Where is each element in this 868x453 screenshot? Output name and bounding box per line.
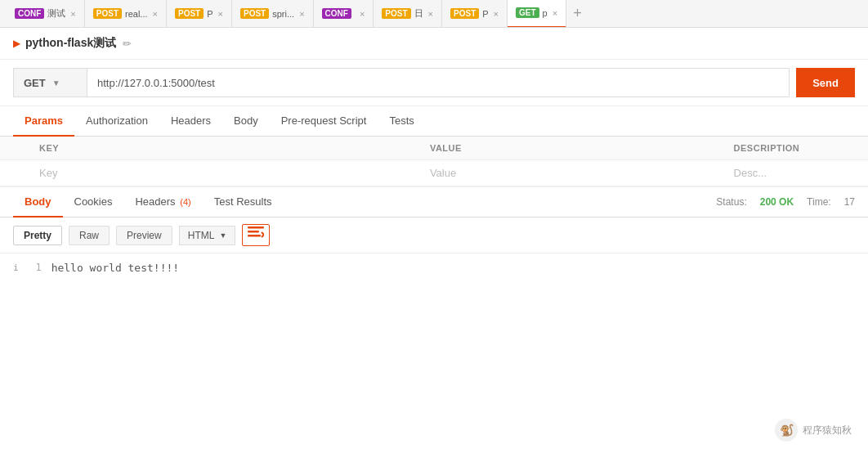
- format-dropdown-arrow: ▼: [219, 231, 226, 240]
- tab-label: P: [207, 9, 213, 19]
- resp-tab-test-results[interactable]: Test Results: [203, 187, 284, 218]
- time-value: 17: [844, 196, 855, 208]
- tab-close-icon[interactable]: ×: [218, 9, 223, 19]
- desc-cell[interactable]: Desc...: [724, 160, 868, 186]
- response-tabs-bar: Body Cookies Headers (4) Test Results St…: [0, 187, 868, 218]
- method-label: GET: [24, 77, 46, 89]
- tab-tests[interactable]: Tests: [378, 106, 425, 137]
- table-row: Key Value Desc...: [0, 160, 868, 186]
- status-info: Status: 200 OK Time: 17: [716, 196, 855, 208]
- view-preview-button[interactable]: Preview: [116, 226, 172, 245]
- resp-tab-body[interactable]: Body: [13, 187, 63, 218]
- send-button[interactable]: Send: [796, 68, 855, 97]
- tab-get-active[interactable]: GET p ×: [508, 0, 566, 28]
- tab-headers[interactable]: Headers: [159, 106, 222, 137]
- tab-method-badge: CONF: [322, 8, 351, 19]
- status-label: Status:: [716, 196, 746, 208]
- response-body-toolbar: Pretty Raw Preview HTML ▼: [0, 218, 868, 253]
- tab-method-badge: GET: [516, 7, 539, 18]
- resp-tab-cookies[interactable]: Cookies: [63, 187, 124, 218]
- view-raw-button[interactable]: Raw: [69, 226, 110, 245]
- tab-params[interactable]: Params: [13, 106, 74, 137]
- svg-rect-2: [248, 235, 261, 237]
- svg-rect-0: [248, 226, 264, 229]
- view-pretty-button[interactable]: Pretty: [13, 226, 62, 245]
- tab-conf-2[interactable]: CONF ×: [314, 0, 374, 28]
- tab-close-icon[interactable]: ×: [153, 9, 158, 19]
- tab-label: 测试: [47, 7, 65, 20]
- tab-label: 日: [414, 7, 423, 20]
- key-cell[interactable]: Key: [29, 160, 420, 186]
- line-content: hello world test!!!!: [51, 262, 180, 274]
- tab-post-5[interactable]: POST P ×: [442, 0, 508, 28]
- params-section: KEY VALUE DESCRIPTION Key Value Desc...: [0, 137, 868, 186]
- tab-close-icon[interactable]: ×: [494, 9, 499, 19]
- tab-close-icon[interactable]: ×: [299, 9, 304, 19]
- col-key: KEY: [29, 137, 420, 160]
- format-select[interactable]: HTML ▼: [179, 226, 236, 245]
- tab-pre-request-script[interactable]: Pre-request Script: [270, 106, 378, 137]
- row-checkbox-cell: [0, 160, 29, 186]
- tab-label: real...: [125, 9, 148, 19]
- status-value: 200 OK: [760, 196, 794, 208]
- collection-header: ▶ python-flask测试 ✏: [0, 28, 868, 60]
- col-checkbox: [0, 137, 29, 160]
- format-label: HTML: [188, 230, 215, 241]
- tab-label: P: [482, 9, 488, 19]
- tab-method-badge: POST: [240, 8, 269, 19]
- response-tabs: Body Cookies Headers (4) Test Results: [13, 187, 284, 217]
- tab-post-3[interactable]: POST spri... ×: [232, 0, 314, 28]
- method-select[interactable]: GET ▼: [13, 68, 87, 97]
- line-info-icon: i: [13, 262, 19, 273]
- col-value: VALUE: [420, 137, 724, 160]
- params-table: KEY VALUE DESCRIPTION Key Value Desc...: [0, 137, 868, 186]
- new-tab-button[interactable]: +: [573, 5, 582, 22]
- url-bar: GET ▼ Send: [0, 60, 868, 106]
- line-number: 1: [29, 262, 42, 273]
- headers-count-badge: (4): [180, 197, 190, 207]
- tab-close-icon[interactable]: ×: [553, 8, 557, 18]
- response-line: i 1 hello world test!!!!: [13, 262, 855, 274]
- response-section: Body Cookies Headers (4) Test Results St…: [0, 186, 868, 319]
- time-label: Time:: [807, 196, 831, 208]
- value-cell[interactable]: Value: [420, 160, 724, 186]
- tab-label: p: [543, 8, 548, 18]
- tab-method-badge: CONF: [15, 8, 44, 19]
- tab-authorization[interactable]: Authorization: [74, 106, 159, 137]
- collection-arrow-icon: ▶: [13, 38, 20, 49]
- collection-edit-icon[interactable]: ✏: [123, 38, 132, 50]
- tab-close-icon[interactable]: ×: [70, 9, 75, 19]
- tab-close-icon[interactable]: ×: [428, 9, 433, 19]
- tab-post-1[interactable]: POST real... ×: [85, 0, 167, 28]
- svg-rect-1: [248, 231, 259, 233]
- tab-method-badge: POST: [382, 8, 410, 19]
- tab-method-badge: POST: [93, 8, 122, 19]
- tab-method-badge: POST: [175, 8, 204, 19]
- resp-tab-headers[interactable]: Headers (4): [123, 187, 202, 218]
- col-description: DESCRIPTION: [724, 137, 868, 160]
- tab-method-badge: POST: [450, 8, 479, 19]
- tab-conf-1[interactable]: CONF 测试 ×: [7, 0, 85, 28]
- wrap-icon: [248, 226, 264, 240]
- top-tab-bar: CONF 测试 × POST real... × POST P × POST s…: [0, 0, 868, 28]
- wrap-button[interactable]: [242, 224, 270, 246]
- response-content: i 1 hello world test!!!!: [0, 253, 868, 319]
- collection-name: python-flask测试: [25, 36, 116, 51]
- tab-body[interactable]: Body: [222, 106, 270, 137]
- url-input[interactable]: [87, 68, 790, 97]
- method-dropdown-arrow: ▼: [52, 78, 60, 87]
- tab-label: spri...: [272, 9, 294, 19]
- tab-close-icon[interactable]: ×: [360, 9, 365, 19]
- tab-post-4[interactable]: POST 日 ×: [374, 0, 442, 28]
- request-tabs: Params Authorization Headers Body Pre-re…: [0, 106, 868, 137]
- tab-post-2[interactable]: POST P ×: [167, 0, 232, 28]
